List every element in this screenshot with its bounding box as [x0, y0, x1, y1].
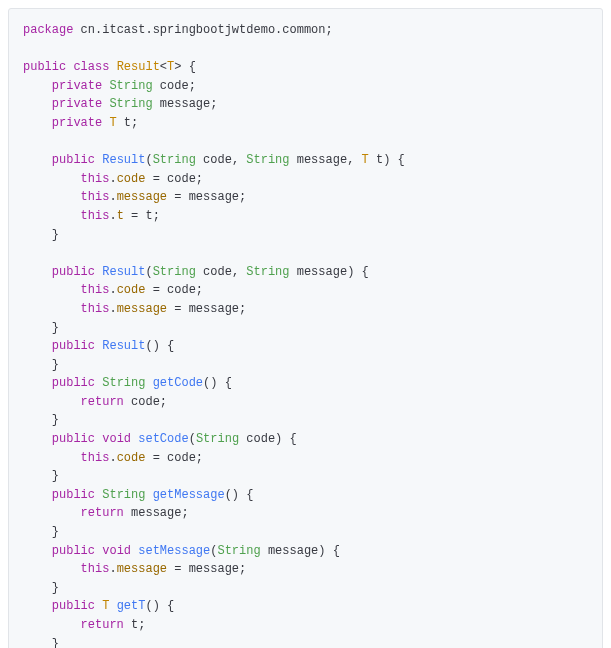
code-token [23, 116, 52, 130]
code-token: Result [102, 265, 145, 279]
code-token: getMessage [153, 488, 225, 502]
code-line: } [23, 467, 588, 486]
code-token: this [81, 451, 110, 465]
code-token: () { [145, 599, 174, 613]
code-token: String [153, 153, 203, 167]
code-token: public [52, 599, 102, 613]
code-token: . [109, 451, 116, 465]
code-token: = code; [145, 172, 203, 186]
code-token [23, 618, 81, 632]
code-token: code; [131, 395, 167, 409]
code-line [23, 244, 588, 263]
code-line: public String getMessage() { [23, 486, 588, 505]
code-token: private [52, 116, 110, 130]
code-token: } [23, 581, 59, 595]
code-line: this.message = message; [23, 560, 588, 579]
code-token: > { [174, 60, 196, 74]
code-token: public [52, 432, 102, 446]
code-token: public [52, 488, 102, 502]
code-token: ; [326, 23, 333, 37]
code-token: = message; [167, 562, 246, 576]
code-token: String [246, 153, 296, 167]
code-token: public [52, 544, 102, 558]
code-token: public [52, 265, 102, 279]
code-token: } [23, 358, 59, 372]
code-token: () { [145, 339, 174, 353]
code-token: t; [124, 116, 138, 130]
code-token: = code; [145, 451, 203, 465]
code-token: message; [160, 97, 218, 111]
code-token: message, [297, 153, 362, 167]
code-token: String [109, 79, 159, 93]
code-line: private T t; [23, 114, 588, 133]
code-token [23, 395, 81, 409]
code-token [23, 265, 52, 279]
code-line: this.message = message; [23, 188, 588, 207]
code-token: String [102, 488, 152, 502]
code-line: private String message; [23, 95, 588, 114]
code-token: = t; [124, 209, 160, 223]
code-token: = message; [167, 190, 246, 204]
code-token: . [109, 562, 116, 576]
code-line: return message; [23, 504, 588, 523]
code-token: ( [189, 432, 196, 446]
code-token: message [117, 190, 167, 204]
code-token: package [23, 23, 73, 37]
code-token: < [160, 60, 167, 74]
code-token: } [23, 228, 59, 242]
code-token: t; [131, 618, 145, 632]
code-line: } [23, 635, 588, 648]
code-token [23, 172, 81, 186]
code-token: String [109, 97, 159, 111]
code-token: code [117, 451, 146, 465]
code-token: public [52, 376, 102, 390]
code-token: . [109, 172, 116, 186]
code-token [23, 339, 52, 353]
code-line: this.code = code; [23, 449, 588, 468]
code-token [23, 376, 52, 390]
code-line: package cn.itcast.springbootjwtdemo.comm… [23, 21, 588, 40]
code-token [23, 209, 81, 223]
code-line: this.code = code; [23, 281, 588, 300]
code-token: getT [117, 599, 146, 613]
code-token: springbootjwtdemo [153, 23, 275, 37]
code-token: itcast [102, 23, 145, 37]
code-token: Result [102, 339, 145, 353]
code-token [23, 153, 52, 167]
code-token: . [109, 302, 116, 316]
code-token: T [109, 116, 123, 130]
code-token [23, 79, 52, 93]
code-line: this.t = t; [23, 207, 588, 226]
code-line: public String getCode() { [23, 374, 588, 393]
code-token: ( [145, 265, 152, 279]
code-token: return [81, 506, 131, 520]
code-token: . [109, 283, 116, 297]
code-token: return [81, 395, 131, 409]
code-line: this.message = message; [23, 300, 588, 319]
code-token: setMessage [138, 544, 210, 558]
code-token: Result [117, 60, 160, 74]
code-line: } [23, 411, 588, 430]
code-token: code [117, 172, 146, 186]
code-line: public void setMessage(String message) { [23, 542, 588, 561]
code-token: T [362, 153, 376, 167]
code-token: () { [225, 488, 254, 502]
code-token [23, 544, 52, 558]
code-line: public Result() { [23, 337, 588, 356]
code-token: . [145, 23, 152, 37]
code-token: . [109, 190, 116, 204]
code-token [23, 599, 52, 613]
code-token [23, 562, 81, 576]
code-token: this [81, 302, 110, 316]
code-token [23, 488, 52, 502]
code-token: this [81, 283, 110, 297]
code-token: public [52, 153, 102, 167]
code-token: code [117, 283, 146, 297]
code-token [23, 97, 52, 111]
code-token: String [102, 376, 152, 390]
code-token: cn [73, 23, 95, 37]
code-line: public Result(String code, String messag… [23, 263, 588, 282]
code-token: } [23, 637, 59, 648]
code-line: } [23, 226, 588, 245]
code-token: } [23, 469, 59, 483]
